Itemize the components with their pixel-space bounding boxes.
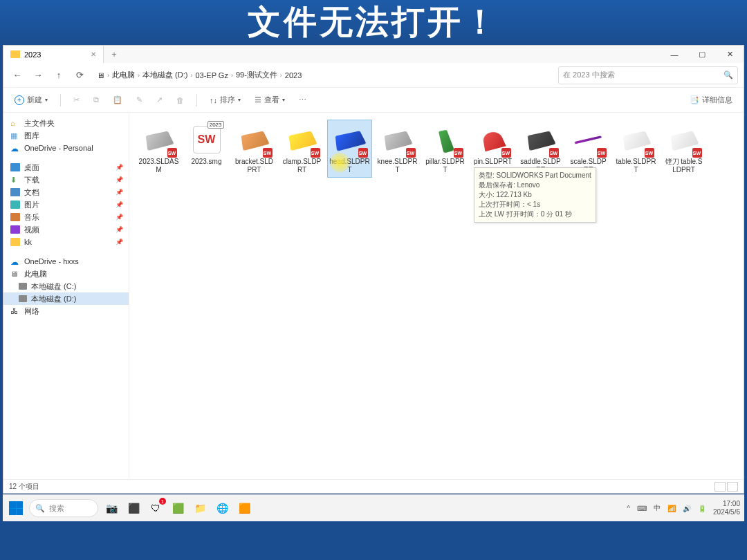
sidebar-onedrive-personal[interactable]: ☁OneDrive - Personal bbox=[3, 142, 129, 154]
sidebar-desktop[interactable]: 桌面📌 bbox=[3, 161, 129, 174]
crumb[interactable]: 99-测试文件 bbox=[236, 70, 277, 80]
maximize-button[interactable]: ▢ bbox=[688, 46, 716, 63]
file-item[interactable]: SW2023.SLDASM bbox=[136, 120, 181, 178]
pc-icon: 🖥 bbox=[97, 71, 104, 80]
desktop-banner: 文件无法打开！ bbox=[0, 0, 747, 45]
file-tooltip: 类型: SOLIDWORKS Part Document 最后保存者: Leno… bbox=[474, 167, 596, 223]
search-placeholder: 在 2023 中搜索 bbox=[563, 70, 615, 80]
clock[interactable]: 17:002024/5/6 bbox=[713, 500, 740, 516]
delete-button[interactable]: 🗑 bbox=[172, 93, 188, 107]
sidebar-kk[interactable]: kk📌 bbox=[3, 236, 129, 248]
file-item[interactable]: SWknee.SLDPRT bbox=[375, 120, 420, 178]
taskbar-app[interactable]: 🟩 bbox=[169, 499, 187, 517]
sidebar-pictures[interactable]: 图片📌 bbox=[3, 198, 129, 211]
taskbar: 🔍 搜索 📷 ⬛ 🛡1 🟩 📁 🌐 🟧 ^ ⌨ 中 📶 🔊 🔋 17:00202… bbox=[3, 494, 744, 521]
file-explorer-window: 2023 ✕ + — ▢ ✕ ← → ↑ ⟳ 🖥› 此电脑› 本地磁盘 (D:)… bbox=[3, 45, 744, 494]
sidebar-music[interactable]: 音乐📌 bbox=[3, 211, 129, 223]
sidebar-disk-d[interactable]: 本地磁盘 (D:) bbox=[3, 292, 129, 305]
tray-chevron-icon[interactable]: ^ bbox=[627, 505, 630, 512]
refresh-button[interactable]: ⟳ bbox=[71, 67, 88, 84]
titlebar: 2023 ✕ + — ▢ ✕ bbox=[3, 46, 744, 63]
pin-icon: 📌 bbox=[116, 176, 123, 183]
back-button[interactable]: ← bbox=[9, 67, 26, 84]
folder-icon bbox=[10, 50, 20, 58]
pin-icon: 📌 bbox=[116, 214, 123, 221]
minimize-button[interactable]: — bbox=[661, 46, 688, 63]
taskbar-explorer[interactable]: 📁 bbox=[191, 499, 209, 517]
item-count: 12 个项目 bbox=[9, 482, 39, 492]
pin-icon: 📌 bbox=[116, 226, 123, 233]
file-item[interactable]: SWtable.SLDPRT bbox=[614, 120, 658, 178]
view-details-icon[interactable] bbox=[714, 482, 726, 492]
sidebar-videos[interactable]: 视频📌 bbox=[3, 223, 129, 236]
file-grid: SW2023.SLDASM SW20232023.smg SWbracket.S… bbox=[136, 120, 737, 178]
sidebar-thispc[interactable]: 🖥此电脑 bbox=[3, 268, 129, 280]
sidebar-downloads[interactable]: ⬇下载📌 bbox=[3, 174, 129, 186]
file-content-area[interactable]: SW2023.SLDASM SW20232023.smg SWbracket.S… bbox=[129, 113, 744, 479]
sidebar-disk-c[interactable]: 本地磁盘 (C:) bbox=[3, 280, 129, 292]
close-tab-icon[interactable]: ✕ bbox=[91, 50, 96, 58]
taskbar-edge[interactable]: 🌐 bbox=[213, 499, 231, 517]
sidebar-network[interactable]: 🖧网络 bbox=[3, 305, 129, 317]
sidebar-onedrive-hxxs[interactable]: ☁OneDrive - hxxs bbox=[3, 255, 129, 268]
pin-icon: 📌 bbox=[116, 164, 123, 171]
taskbar-app[interactable]: 🛡1 bbox=[147, 499, 165, 517]
ime-indicator[interactable]: 中 bbox=[654, 503, 661, 513]
sidebar: ⌂主文件夹 ▦图库 ☁OneDrive - Personal 桌面📌 ⬇下载📌 … bbox=[3, 113, 129, 479]
pin-icon: 📌 bbox=[116, 189, 123, 196]
file-item[interactable]: SWclamp.SLDPRT bbox=[279, 120, 324, 178]
taskbar-app[interactable]: 📷 bbox=[102, 499, 120, 517]
breadcrumb[interactable]: 🖥› 此电脑› 本地磁盘 (D:)› 03-EP Gz› 99-测试文件› 20… bbox=[92, 66, 554, 84]
pin-icon: 📌 bbox=[116, 239, 123, 245]
file-item[interactable]: SW镗刀 table.SLDPRT bbox=[661, 120, 706, 178]
view-button[interactable]: ☰ 查看 ▾ bbox=[250, 92, 289, 108]
volume-icon[interactable]: 🔊 bbox=[683, 505, 691, 512]
taskbar-search[interactable]: 🔍 搜索 bbox=[29, 499, 98, 517]
start-button[interactable] bbox=[7, 499, 25, 517]
status-bar: 12 个项目 bbox=[3, 479, 744, 493]
toolbar: +新建▾ ✂ ⧉ 📋 ✎ ↗ 🗑 ↑↓ 排序 ▾ ☰ 查看 ▾ ⋯ 📑 详细信息 bbox=[3, 88, 744, 113]
cut-button[interactable]: ✂ bbox=[69, 93, 84, 107]
tray-icon[interactable]: ⌨ bbox=[637, 505, 647, 512]
sort-button[interactable]: ↑↓ 排序 ▾ bbox=[205, 92, 245, 108]
taskbar-app[interactable]: ⬛ bbox=[124, 499, 142, 517]
search-input[interactable]: 在 2023 中搜索 🔍 bbox=[558, 66, 738, 84]
wifi-icon[interactable]: 📶 bbox=[667, 505, 676, 512]
sidebar-gallery[interactable]: ▦图库 bbox=[3, 129, 129, 142]
file-item[interactable]: SWbracket.SLDPRT bbox=[232, 120, 277, 178]
more-button[interactable]: ⋯ bbox=[295, 93, 311, 107]
view-icons-icon[interactable] bbox=[727, 482, 738, 492]
close-window-button[interactable]: ✕ bbox=[716, 46, 744, 63]
window-controls: — ▢ ✕ bbox=[661, 46, 744, 63]
sidebar-home[interactable]: ⌂主文件夹 bbox=[3, 117, 129, 129]
rename-button[interactable]: ✎ bbox=[132, 93, 147, 107]
pin-icon: 📌 bbox=[116, 201, 123, 208]
nav-bar: ← → ↑ ⟳ 🖥› 此电脑› 本地磁盘 (D:)› 03-EP Gz› 99-… bbox=[3, 63, 744, 88]
crumb[interactable]: 此电脑 bbox=[112, 70, 135, 80]
taskbar-app[interactable]: 🟧 bbox=[235, 499, 253, 517]
file-item[interactable]: SW20232023.smg bbox=[184, 120, 229, 178]
crumb[interactable]: 本地磁盘 (D:) bbox=[142, 70, 187, 80]
copy-button[interactable]: ⧉ bbox=[89, 93, 103, 107]
forward-button[interactable]: → bbox=[30, 67, 46, 84]
sidebar-documents[interactable]: 文档📌 bbox=[3, 186, 129, 198]
file-item[interactable]: SWpillar.SLDPRT bbox=[423, 120, 468, 178]
tab-title: 2023 bbox=[24, 50, 41, 59]
up-button[interactable]: ↑ bbox=[50, 67, 67, 84]
battery-icon[interactable]: 🔋 bbox=[698, 505, 706, 512]
crumb[interactable]: 2023 bbox=[285, 71, 302, 80]
window-tab[interactable]: 2023 ✕ bbox=[3, 46, 104, 63]
file-item-selected[interactable]: SWhead.SLDPRT bbox=[327, 120, 372, 178]
new-button[interactable]: +新建▾ bbox=[10, 92, 52, 108]
details-pane-button[interactable]: 📑 详细信息 bbox=[685, 92, 737, 108]
paste-button[interactable]: 📋 bbox=[109, 93, 127, 107]
share-button[interactable]: ↗ bbox=[152, 93, 167, 107]
system-tray: ^ ⌨ 中 📶 🔊 🔋 17:002024/5/6 bbox=[627, 500, 740, 516]
crumb[interactable]: 03-EP Gz bbox=[195, 71, 228, 80]
search-icon: 🔍 bbox=[723, 71, 733, 80]
new-tab-button[interactable]: + bbox=[104, 49, 124, 59]
